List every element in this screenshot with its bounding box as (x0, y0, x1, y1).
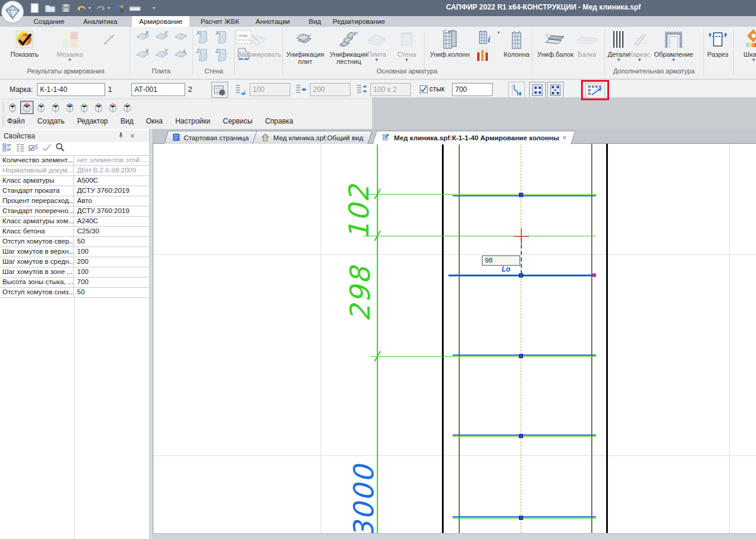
view-cube-icon-8[interactable] (106, 101, 119, 114)
slab-rebar-L-icon[interactable]: L (173, 47, 189, 63)
wall-rebar-X-icon[interactable]: X (215, 29, 231, 45)
mark-input[interactable]: К-1-1-40 (37, 83, 105, 96)
refresh-icon[interactable] (113, 2, 125, 14)
menu-item-8[interactable]: Справка (265, 115, 293, 127)
column-info-icon[interactable]: i ▾ (475, 29, 495, 45)
property-value[interactable]: С25/30 (74, 227, 149, 236)
slab-rebar-T-icon[interactable] (173, 29, 189, 45)
list-view-icon[interactable] (16, 143, 24, 153)
rebar-bars-icon[interactable] (475, 46, 490, 61)
joint-height-input[interactable]: 700 (452, 83, 493, 96)
property-value[interactable]: 200 (74, 257, 149, 267)
unify-columns-button[interactable]: Униф.колонн (425, 28, 474, 58)
view-cube-icon-6[interactable] (78, 101, 91, 114)
ribbon-tab-7[interactable]: Редактирование (325, 16, 388, 27)
group-view-icon[interactable] (2, 143, 12, 153)
property-row[interactable]: Стандарт прокатаДСТУ 3760:2019 (0, 186, 149, 196)
ruler-icon[interactable] (129, 2, 141, 14)
pin-icon[interactable] (118, 132, 124, 141)
menubar-grip[interactable] (2, 116, 4, 126)
property-row[interactable]: Количество элемент...нет элементов этой … (0, 156, 149, 166)
ribbon-tab-4[interactable]: Расчет ЖБК (193, 16, 243, 27)
corner-bars-button[interactable] (529, 82, 546, 98)
node-marker[interactable] (519, 516, 523, 520)
reinforce-button[interactable]: Заармировать (237, 28, 281, 58)
toolbar-grip[interactable] (2, 103, 4, 112)
tab-close-icon[interactable]: × (563, 134, 567, 142)
show-results-button[interactable]: Показать (5, 28, 44, 58)
framing-dropdown-icon[interactable]: ▼ (649, 58, 698, 63)
property-value[interactable]: ДСТУ 3760:2019 (74, 207, 149, 216)
menu-item-3[interactable]: Редактор (77, 115, 108, 127)
ribbon-tab-6[interactable]: Вид (302, 16, 327, 27)
property-value[interactable]: нет элементов этой ... (74, 156, 149, 165)
stirrup-settings-button[interactable] (211, 82, 228, 98)
scale-button[interactable]: Шкала ▼ (736, 28, 756, 63)
property-value[interactable]: 50 (74, 237, 149, 247)
menu-item-5[interactable]: Окна (146, 115, 163, 127)
mosaic-dropdown-icon[interactable]: ▼ (49, 58, 91, 63)
wall-rebar-Z-icon[interactable]: Z (215, 47, 231, 63)
slab-rebar-button[interactable]: Плита ▼ (363, 28, 391, 63)
step-top-input[interactable]: 100 (250, 83, 290, 96)
property-value[interactable]: 100 (74, 247, 149, 257)
node-marker[interactable] (519, 193, 523, 197)
tab-general-view[interactable]: Мед клиника.spf:Общий вид (252, 131, 372, 144)
property-row[interactable]: Класс арматуры хом...А240С (0, 217, 149, 227)
property-value[interactable]: А240С (74, 217, 149, 226)
new-document-icon[interactable] (29, 2, 41, 14)
redo-dropdown-icon[interactable]: ▾ (107, 5, 110, 11)
property-row[interactable]: Отступ хомутов сниз...50 (0, 288, 149, 298)
ribbon-tab-5[interactable]: Аннотации (248, 16, 296, 27)
anchor-length-input[interactable]: 98 (482, 255, 520, 266)
drawing-canvas[interactable]: 102 298 3000 98 Lo (153, 144, 756, 533)
measure-arrow-icon[interactable] (102, 32, 117, 47)
wall-rebar-button[interactable]: Стена ▼ (393, 28, 420, 63)
open-folder-icon[interactable] (44, 2, 56, 14)
panel-close-icon[interactable]: × (130, 131, 135, 140)
ribbon-tab-2[interactable]: Аналитика (74, 16, 127, 27)
menu-item-6[interactable]: Настройки (175, 115, 210, 127)
property-row[interactable]: Шаг хомутов в верхн...100 (0, 247, 149, 257)
view-cube-icon-3[interactable] (35, 101, 48, 114)
property-row[interactable]: Нормативный докум...ДБН В.2.6-98:2009 (0, 166, 149, 176)
property-row[interactable]: Отступ хомутов свер...50 (0, 237, 149, 247)
tab-start-page[interactable]: Стартовая страница (164, 131, 257, 144)
property-row[interactable]: Класс бетонаС25/30 (0, 227, 149, 237)
unify-beams-button[interactable]: Униф.балок (534, 28, 576, 58)
property-value[interactable]: 50 (74, 288, 149, 297)
property-row[interactable]: Класс арматурыА500С (0, 176, 149, 186)
view-cube-icon-2[interactable] (20, 101, 33, 114)
undo-icon[interactable] (75, 2, 87, 14)
slab-rebar-X-icon[interactable]: X (135, 29, 150, 45)
property-value[interactable]: 700 (74, 278, 149, 287)
property-value[interactable]: 100 (74, 267, 149, 277)
offset-path-button[interactable] (508, 82, 525, 98)
ribbon-tab-1[interactable]: Создание (26, 16, 69, 27)
property-value[interactable]: ДСТУ 3760:2019 (74, 186, 149, 196)
property-row[interactable]: Высота зоны стыка, ...700 (0, 278, 149, 288)
wall-rebar-dropdown-icon[interactable]: ▼ (393, 58, 420, 63)
menu-item-7[interactable]: Сервисы (223, 115, 253, 127)
view-cube-icon-1[interactable] (6, 101, 19, 114)
slab-rebar-X-icon[interactable]: X (135, 47, 150, 63)
node-marker[interactable] (519, 354, 523, 358)
wall-rebar-X-icon[interactable]: X (196, 29, 211, 45)
slab-rebar-Y-icon[interactable]: Y (154, 47, 170, 63)
column-button[interactable]: Колонна (500, 28, 533, 58)
property-row[interactable]: Процент перерасход...Авто (0, 196, 149, 207)
view-cube-icon-4[interactable] (49, 101, 62, 114)
joint-checkbox[interactable]: стык (420, 85, 444, 93)
property-value[interactable]: А500С (74, 176, 149, 186)
node-marker[interactable] (519, 273, 523, 278)
scale-dropdown-icon[interactable]: ▼ (736, 58, 756, 63)
toolbar-overflow-icon[interactable]: ▾ (153, 5, 155, 11)
redo-icon[interactable] (94, 2, 106, 14)
step-middle-input[interactable]: 200 (310, 83, 351, 96)
beam-button[interactable]: Балка (573, 28, 601, 58)
unify-slabs-button[interactable]: Унификация плит (284, 28, 327, 65)
slab-rebar-dropdown-icon[interactable]: ▼ (363, 58, 391, 63)
property-row[interactable]: Шаг хомутов в зоне ...100 (0, 267, 149, 278)
property-row[interactable]: Шаг хомутов в средн...200 (0, 257, 149, 267)
menu-item-2[interactable]: Создать (38, 115, 65, 127)
